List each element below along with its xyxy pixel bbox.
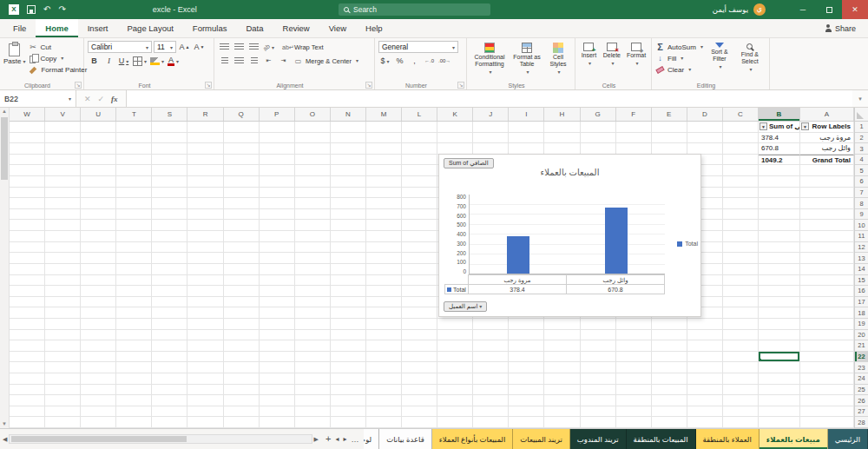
cell-E19[interactable] [652,319,687,330]
cell-K3[interactable] [437,143,473,155]
cell-W28[interactable] [10,417,45,428]
cell-T18[interactable] [116,307,152,319]
cell-P15[interactable] [260,275,295,287]
vertical-scrollbar[interactable]: ▲ ▼ [0,108,10,428]
sheet-tab[interactable]: مبيعات بالعملاء [760,429,828,449]
cell-S27[interactable] [152,406,187,418]
font-dialog-launcher-icon[interactable]: ↘ [205,82,212,89]
cell-A25[interactable] [800,385,854,396]
column-header-C[interactable]: C [723,108,759,121]
cell-A16[interactable] [800,286,854,297]
cell-H24[interactable] [544,373,580,385]
cell-V26[interactable] [45,395,81,406]
cell-T26[interactable] [116,395,152,406]
tab-overflow-icon[interactable]: … [351,435,359,444]
cell-T4[interactable] [116,155,152,166]
cell-E27[interactable] [652,406,687,418]
horizontal-scrollbar[interactable]: ◀ ▶ [0,429,321,449]
cell-L20[interactable] [402,330,437,341]
cell-U25[interactable] [81,385,116,396]
cell-T15[interactable] [116,275,152,287]
cell-P3[interactable] [260,143,295,155]
alignment-dialog-launcher-icon[interactable]: ↘ [365,82,372,89]
cell-C24[interactable] [723,373,759,385]
cell-Q24[interactable] [224,373,260,385]
cell-W13[interactable] [10,253,45,264]
cell-V24[interactable] [45,373,81,385]
sheet-tab[interactable]: لوحة بيانات [364,429,379,449]
cell-P25[interactable] [260,385,295,396]
cell-Q1[interactable] [224,122,260,133]
cell-M19[interactable] [366,319,402,330]
cell-A7[interactable] [800,188,854,199]
column-header-E[interactable]: E [652,108,687,121]
cell-P18[interactable] [260,307,295,319]
cell-S7[interactable] [152,188,187,199]
cell-F24[interactable] [616,373,652,385]
cell-K20[interactable] [437,330,473,341]
cell-J23[interactable] [473,362,509,373]
cell-S2[interactable] [152,133,187,144]
cell-G3[interactable] [581,143,616,155]
cell-O10[interactable] [295,220,331,231]
cell-L11[interactable] [402,231,437,242]
cell-H25[interactable] [544,385,580,396]
cell-M17[interactable] [366,297,402,308]
column-header-Q[interactable]: Q [224,108,260,121]
cell-E21[interactable] [652,340,687,352]
cell-F22[interactable] [616,352,652,363]
cell-V25[interactable] [45,385,81,396]
cell-A28[interactable] [800,417,854,428]
cell-O2[interactable] [295,133,331,144]
cell-R26[interactable] [187,395,223,406]
cell-R3[interactable] [187,143,223,155]
cell-B26[interactable] [759,395,800,406]
cell-R23[interactable] [187,362,223,373]
cell-W17[interactable] [10,297,45,308]
row-header-14[interactable]: 14 [855,264,868,275]
cell-O7[interactable] [295,188,331,199]
cell-A19[interactable] [800,319,854,330]
cell-R6[interactable] [187,176,223,188]
cell-E3[interactable] [652,143,687,155]
cell-O1[interactable] [295,122,331,133]
cell-D23[interactable] [687,362,723,373]
cell-U3[interactable] [81,143,116,155]
cell-T14[interactable] [116,264,152,275]
cell-N17[interactable] [331,297,366,308]
cell-L25[interactable] [402,385,437,396]
cell-W6[interactable] [10,176,45,188]
sheet-tab[interactable]: قاعدة بيانات [379,429,431,449]
scroll-left-icon[interactable]: ◀ [3,436,7,443]
cell-D19[interactable] [687,319,723,330]
cell-C14[interactable] [723,264,759,275]
cell-Q11[interactable] [224,231,260,242]
cell-G25[interactable] [581,385,616,396]
column-header-J[interactable]: J [473,108,509,121]
cell-J2[interactable] [473,133,509,144]
cell-O13[interactable] [295,253,331,264]
cell-P9[interactable] [260,209,295,221]
cell-G23[interactable] [581,362,616,373]
cell-J21[interactable] [473,340,509,352]
cell-A18[interactable] [800,307,854,319]
cell-V5[interactable] [45,165,81,176]
column-header-B[interactable]: B [759,108,800,121]
cell-J27[interactable] [473,406,509,418]
save-icon[interactable] [27,5,36,14]
cell-V27[interactable] [45,406,81,418]
cell-M16[interactable] [366,286,402,297]
cell-I25[interactable] [509,385,544,396]
cell-styles-button[interactable]: Cell Styles▾ [545,41,571,80]
cell-M12[interactable] [366,242,402,254]
cell-W5[interactable] [10,165,45,176]
cell-P6[interactable] [260,176,295,188]
cell-O11[interactable] [295,231,331,242]
cell-A21[interactable] [800,340,854,352]
cell-V3[interactable] [45,143,81,155]
row-header-21[interactable]: 21 [855,340,868,352]
cell-M20[interactable] [366,330,402,341]
column-header-G[interactable]: G [581,108,616,121]
sheet-tab[interactable]: تريند المبيعات [513,429,570,449]
formula-input[interactable] [127,90,852,107]
